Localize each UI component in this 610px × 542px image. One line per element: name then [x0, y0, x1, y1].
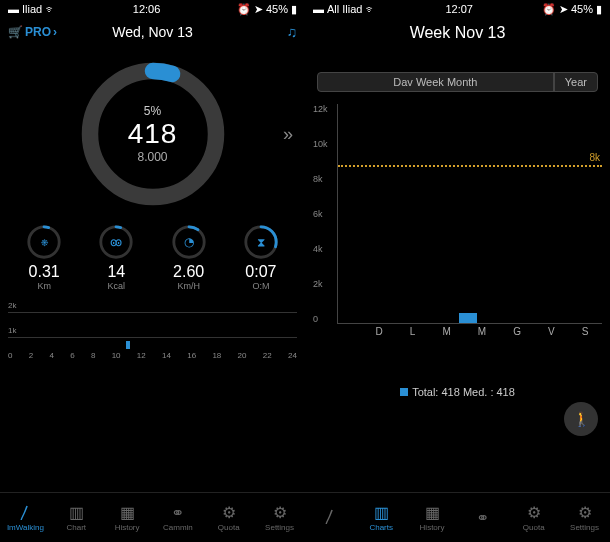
- battery-percent: 45%: [571, 3, 593, 15]
- goal-label: 8k: [589, 152, 600, 163]
- wifi-icon: ᯤ: [365, 3, 376, 15]
- next-arrow-icon[interactable]: »: [283, 123, 293, 144]
- flame-icon: ꙭ: [110, 235, 122, 249]
- battery-icon: ▮: [291, 3, 297, 16]
- calendar-icon: ▦: [425, 503, 440, 522]
- bars-icon: ▥: [374, 503, 389, 522]
- calories-stat[interactable]: ꙭ 14 Kcal: [97, 223, 135, 291]
- music-icon[interactable]: ♫: [287, 24, 298, 40]
- group-icon: ⚭: [171, 503, 184, 522]
- day-view-screen: ▬ Iliad ᯤ 12:06 ⏰ ➤ 45% ▮ 🛒 PRO› Wed, No…: [0, 0, 305, 492]
- tab-group-r[interactable]: ⚭: [457, 493, 508, 542]
- steps-count: 418: [128, 118, 178, 150]
- activity-icon: 〳: [322, 508, 338, 526]
- tab-bar: 〳ImWalking ▥Chart ▦History ⚭Cammin ⚙Quot…: [0, 492, 610, 542]
- calendar-icon: ▦: [120, 503, 135, 522]
- battery-percent: 45%: [266, 3, 288, 15]
- alarm-icon: ⏰: [542, 3, 556, 16]
- tab-charts-r[interactable]: ▥Charts: [356, 493, 407, 542]
- speed-stat[interactable]: ◔ 2.60 Km/H: [170, 223, 208, 291]
- battery-icon: ▮: [596, 3, 602, 16]
- steps-goal: 8.000: [128, 150, 178, 164]
- wifi-icon: ᯤ: [45, 3, 56, 15]
- x-axis: DLMMGVS: [362, 326, 602, 337]
- legend-square-icon: [400, 388, 408, 396]
- carrier: All Iliad: [327, 3, 362, 15]
- gauge-icon: ◔: [184, 235, 194, 249]
- range-selector[interactable]: Dav Week Month Year: [317, 72, 598, 92]
- header: 🛒 PRO› Wed, Nov 13 ♫: [0, 18, 305, 46]
- tab-chart[interactable]: ▥Chart: [51, 493, 102, 542]
- tab-history[interactable]: ▦History: [102, 493, 153, 542]
- gear-icon: ⚙: [578, 503, 592, 522]
- pro-button[interactable]: 🛒 PRO›: [8, 25, 57, 39]
- alarm-icon: ⏰: [237, 3, 251, 16]
- week-view-screen: ▬ All Iliad ᯤ 12:07 ⏰ ➤ 45% ▮ Week Nov 1…: [305, 0, 610, 492]
- date-title[interactable]: Wed, Nov 13: [112, 24, 193, 40]
- bars-icon: ▥: [69, 503, 84, 522]
- range-day-week-month[interactable]: Dav Week Month: [318, 73, 554, 91]
- tab-quota-r[interactable]: ⚙Quota: [508, 493, 559, 542]
- progress-percent: 5%: [128, 104, 178, 118]
- y-axis: 12k10k8k6k4k2k0: [313, 104, 328, 324]
- tab-imwalking[interactable]: 〳ImWalking: [0, 493, 51, 542]
- week-chart[interactable]: 12k10k8k6k4k2k0 8k DLMMGVS: [313, 104, 602, 364]
- walk-mode-button[interactable]: 🚶: [564, 402, 598, 436]
- tab-activity-r[interactable]: 〳: [305, 493, 356, 542]
- tab-cammin[interactable]: ⚭Cammin: [152, 493, 203, 542]
- hourglass-icon: ⧗: [257, 235, 265, 249]
- time-stat[interactable]: ⧗ 0:07 O:M: [242, 223, 280, 291]
- location-arrow-icon: ➤: [559, 3, 568, 16]
- clock: 12:06: [133, 3, 161, 15]
- hourly-bar: [126, 341, 130, 349]
- goal-line: [338, 165, 602, 167]
- gear-icon: ⚙: [273, 503, 287, 522]
- group-icon: ⚭: [476, 508, 489, 527]
- distance-stat[interactable]: ⎈ 0.31 Km: [25, 223, 63, 291]
- range-year[interactable]: Year: [554, 73, 597, 91]
- signal-icon: ▬: [313, 3, 324, 15]
- totals-legend: Total: 418 Med. : 418: [305, 386, 610, 398]
- tab-settings-r[interactable]: ⚙Settings: [559, 493, 610, 542]
- week-bar: [459, 313, 477, 323]
- hourly-x-axis: 024681012141618202224: [8, 351, 297, 360]
- gear-icon: ⚙: [222, 503, 236, 522]
- status-bar: ▬ Iliad ᯤ 12:06 ⏰ ➤ 45% ▮: [0, 0, 305, 18]
- hourly-chart[interactable]: 2k 1k 024681012141618202224: [0, 297, 305, 364]
- signal-icon: ▬: [8, 3, 19, 15]
- tab-quota[interactable]: ⚙Quota: [203, 493, 254, 542]
- location-arrow-icon: ➤: [254, 3, 263, 16]
- carrier: Iliad: [22, 3, 42, 15]
- cart-icon: 🛒: [8, 25, 23, 39]
- clock: 12:07: [445, 3, 473, 15]
- steps-ring[interactable]: 5% 418 8.000 »: [0, 46, 305, 221]
- tab-settings[interactable]: ⚙Settings: [254, 493, 305, 542]
- status-bar: ▬ All Iliad ᯤ 12:07 ⏰ ➤ 45% ▮: [305, 0, 610, 18]
- activity-icon: 〳: [17, 504, 33, 522]
- mini-stats: ⎈ 0.31 Km ꙭ 14 Kcal ◔ 2.60 Km/H ⧗ 0:07 O…: [0, 223, 305, 291]
- walking-icon: 🚶: [573, 411, 590, 427]
- page-title: Week Nov 13: [305, 18, 610, 48]
- tab-history-r[interactable]: ▦History: [407, 493, 458, 542]
- gear-icon: ⚙: [527, 503, 541, 522]
- pin-icon: ⎈: [41, 235, 48, 249]
